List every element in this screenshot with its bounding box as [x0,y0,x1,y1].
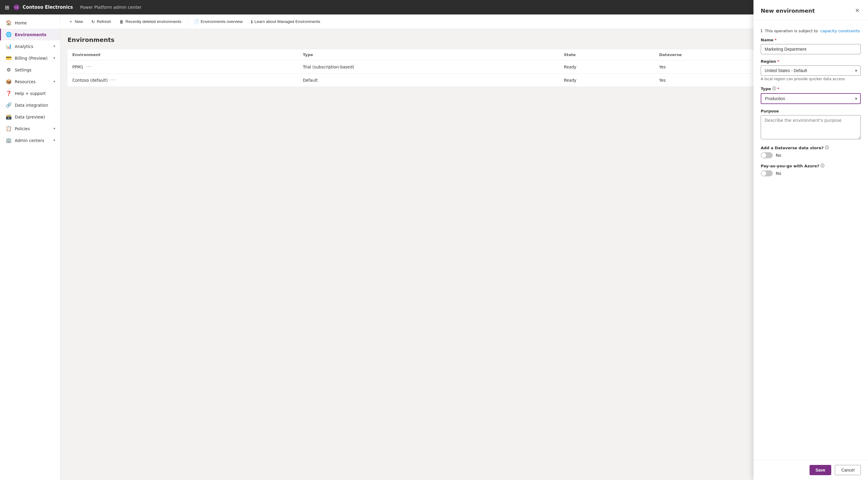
cancel-button[interactable]: Cancel [835,465,861,475]
sidebar-label-billing: Billing (Preview) [15,56,50,61]
purpose-field-group: Purpose [761,109,861,140]
row-more-icon[interactable]: ··· [110,77,116,83]
region-label: Region * [761,59,861,64]
dataverse-toggle[interactable] [761,152,773,158]
panel-close-button[interactable]: ✕ [854,14,861,15]
table-row[interactable]: Contoso (default)··· Default Ready Yes ·… [67,73,861,87]
refresh-button[interactable]: ↻ Refresh [88,18,115,26]
new-button[interactable]: ＋ New [65,17,87,26]
azure-field-group: Pay-as-you-go with Azure? ⓘ No [761,163,861,176]
panel-body: ℹ This operation is subject to capacity … [753,20,868,460]
admin-centers-chevron-icon: ▾ [53,139,55,142]
sidebar-item-analytics[interactable]: 📊 Analytics ▾ [0,40,60,52]
sidebar-label-resources: Resources [15,79,50,84]
new-environment-panel: New environment ✕ ℹ This operation is su… [753,14,868,480]
overview-label: Environments overview [201,19,243,24]
type-select-wrapper: ProductionSandboxTrialDefaultDeveloper [761,93,861,104]
learn-button[interactable]: ℹ Learn about Managed Environments [247,18,324,26]
refresh-icon: ↻ [91,19,95,24]
type-required: * [777,87,779,91]
new-icon: ＋ [69,19,73,24]
learn-icon: ℹ [251,19,253,24]
recently-deleted-button[interactable]: 🗑 Recently deleted environments [116,18,185,26]
col-type: Type [298,50,559,60]
dataverse-field-group: Add a Dataverse data store? ⓘ No [761,145,861,158]
sidebar-item-policies[interactable]: 📋 Policies ▾ [0,123,60,134]
azure-info-icon[interactable]: ⓘ [820,163,824,169]
sidebar-item-data-integration[interactable]: 🔗 Data integration [0,99,60,111]
toolbar: ＋ New ↻ Refresh 🗑 Recently deleted envir… [60,14,868,29]
deleted-label: Recently deleted environments [125,19,181,24]
waffle-icon[interactable]: ⊞ [5,4,9,10]
policies-icon: 📋 [6,126,12,131]
capacity-constraints-link[interactable]: capacity constraints [820,29,860,33]
sidebar-item-billing[interactable]: 💳 Billing (Preview) ▾ [0,52,60,64]
sidebar-item-environments[interactable]: 🌐 Environments [0,29,60,40]
cell-env-type: Default [298,73,559,87]
overview-button[interactable]: 📄 Environments overview [190,18,247,26]
save-button[interactable]: Save [809,465,832,475]
dataverse-toggle-row: No [761,152,861,158]
sidebar-label-help: Help + support [15,91,55,96]
sidebar-item-admin-centers[interactable]: 🏢 Admin centers ▾ [0,134,60,146]
azure-toggle[interactable] [761,170,773,176]
sidebar-item-data-preview[interactable]: 🗃️ Data (preview) [0,111,60,123]
alert-bar: ℹ This operation is subject to capacity … [761,25,861,38]
analytics-icon: 📊 [6,43,12,49]
table-row[interactable]: PPM1··· Trial (subscription-based) Ready… [67,60,861,73]
content-area: Environments Environment Type State Data… [60,29,868,480]
alert-text: This operation is subject to [765,29,818,33]
azure-label: Pay-as-you-go with Azure? ⓘ [761,163,861,169]
sidebar-item-resources[interactable]: 📦 Resources ▾ [0,76,60,87]
data-preview-icon: 🗃️ [6,114,12,120]
purpose-textarea[interactable] [761,115,861,139]
row-more-icon[interactable]: ··· [86,64,92,70]
data-integration-icon: 🔗 [6,102,12,108]
topbar: ⊞ CE Contoso Electronics Power Platform … [0,0,868,14]
learn-label: Learn about Managed Environments [254,19,320,24]
sidebar-label-admin-centers: Admin centers [15,138,50,143]
region-select[interactable]: United States - DefaultEuropeAsia Pacifi… [761,65,861,76]
sidebar-item-help[interactable]: ❓ Help + support [0,87,60,99]
sidebar-label-home: Home [15,21,55,25]
sidebar-item-home[interactable]: 🏠 Home [0,17,60,29]
sidebar-label-analytics: Analytics [15,44,50,49]
sidebar-label-data-integration: Data integration [15,103,55,108]
topbar-logo: CE Contoso Electronics [13,4,73,11]
type-field-group: Type ⓘ * ProductionSandboxTrialDefaultDe… [761,86,861,104]
toolbar-separator [187,18,188,25]
refresh-label: Refresh [97,19,111,24]
dataverse-toggle-knob [761,153,766,158]
cell-env-name: PPM1··· [67,60,298,73]
region-field-group: Region * United States - DefaultEuropeAs… [761,59,861,81]
alert-icon: ℹ [761,28,763,33]
page-title: Environments [67,36,861,43]
name-input[interactable] [761,44,861,54]
type-info-icon[interactable]: ⓘ [772,86,776,91]
overview-icon: 📄 [194,19,199,24]
cell-env-state: Ready [559,73,654,87]
svg-text:CE: CE [15,6,19,9]
region-select-wrapper: United States - DefaultEuropeAsia Pacifi… [761,65,861,76]
cell-env-name: Contoso (default)··· [67,73,298,87]
environments-icon: 🌐 [6,32,12,37]
settings-icon: ⚙️ [6,67,12,73]
help-icon: ❓ [6,90,12,96]
purpose-label: Purpose [761,109,861,113]
dataverse-info-icon[interactable]: ⓘ [825,145,829,150]
azure-toggle-row: No [761,170,861,176]
cell-env-type: Trial (subscription-based) [298,60,559,73]
name-required: * [775,38,777,42]
sidebar-label-data-preview: Data (preview) [15,115,55,119]
name-field-group: Name * [761,38,861,54]
sidebar-label-environments: Environments [15,32,55,37]
region-required: * [777,59,779,64]
topbar-brand: Contoso Electronics [23,4,73,10]
type-select[interactable]: ProductionSandboxTrialDefaultDeveloper [761,93,861,104]
new-label: New [75,19,83,24]
col-state: State [559,50,654,60]
topbar-title: Power Platform admin center [80,5,142,10]
region-hint: A local region can provide quicker data … [761,77,861,81]
sidebar-item-settings[interactable]: ⚙️ Settings [0,64,60,76]
admin-centers-icon: 🏢 [6,138,12,143]
